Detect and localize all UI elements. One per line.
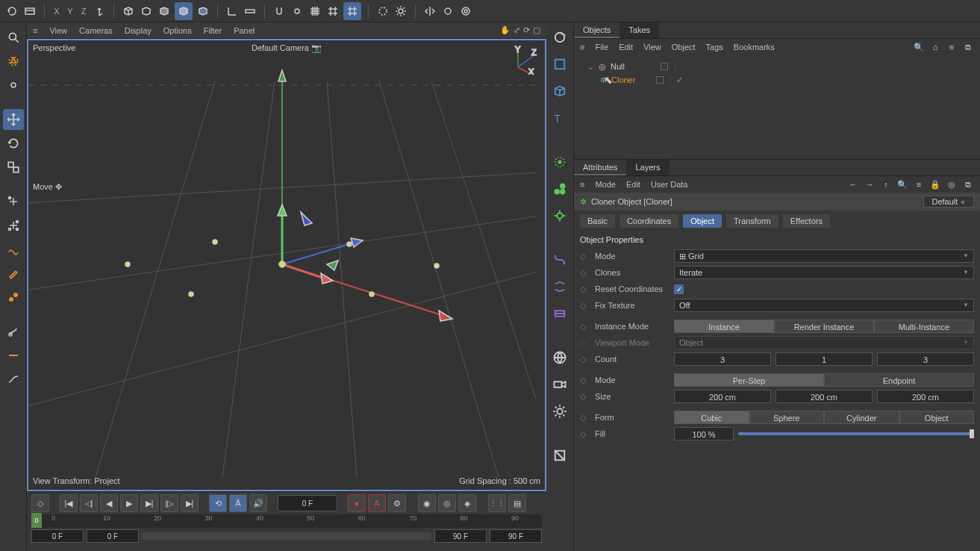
tree-row-null[interactable]: ⌄ ◎ Null ⋮: [580, 60, 974, 73]
zoom-icon[interactable]: ⤢: [514, 25, 520, 35]
paint-icon[interactable]: [3, 321, 24, 342]
fixtex-dropdown[interactable]: Off▼: [674, 299, 974, 312]
undo-icon[interactable]: [4, 4, 19, 19]
key-pos-icon[interactable]: ◉: [418, 494, 436, 512]
home-icon[interactable]: ⌂: [929, 41, 941, 53]
filter-icon[interactable]: ≡: [946, 41, 958, 53]
cube-wire-icon[interactable]: [121, 4, 136, 19]
vm-cameras[interactable]: Cameras: [79, 26, 113, 35]
filter-icon[interactable]: ≡: [913, 178, 925, 190]
hand-icon[interactable]: ✋: [500, 25, 511, 35]
visibility-toggle[interactable]: [661, 63, 668, 70]
reset-checkbox[interactable]: ✓: [674, 284, 684, 294]
om-tags[interactable]: Tags: [706, 43, 723, 52]
current-frame[interactable]: 0 F: [278, 495, 337, 511]
layout-icon[interactable]: [22, 4, 37, 19]
clones-dropdown[interactable]: Iterate▼: [674, 266, 974, 279]
angle-icon[interactable]: [225, 4, 240, 19]
step-mode-segment[interactable]: Per-Step Endpoint: [674, 373, 974, 387]
volume-icon[interactable]: [549, 303, 570, 324]
coord-icon[interactable]: [92, 4, 107, 19]
add-point-icon[interactable]: [3, 191, 24, 212]
fwd-icon[interactable]: →: [864, 178, 876, 190]
range-end[interactable]: 90 F: [434, 529, 487, 543]
om-edit[interactable]: Edit: [619, 43, 633, 52]
max-icon[interactable]: ▢: [533, 25, 540, 35]
back-icon[interactable]: ←: [847, 178, 859, 190]
sculpt-icon[interactable]: [3, 287, 24, 308]
brush-icon[interactable]: [3, 263, 24, 284]
vm-display[interactable]: Display: [125, 26, 152, 35]
om-file[interactable]: File: [595, 43, 608, 52]
playhead[interactable]: 0: [31, 513, 42, 528]
form-segment[interactable]: Cubic Sphere Cylinder Object: [674, 411, 974, 424]
object-tree[interactable]: ⌄ ◎ Null ⋮ ✲ Cloner ⋮ ✓ ⬉: [574, 55, 980, 160]
lock-icon[interactable]: 🔒: [929, 178, 941, 190]
search-icon[interactable]: 🔍: [913, 41, 925, 53]
am-edit[interactable]: Edit: [626, 180, 640, 189]
soft-icon[interactable]: [440, 4, 455, 19]
keyframe-diamond-icon[interactable]: ◇: [580, 301, 590, 311]
keyframe-icon[interactable]: ◇: [31, 494, 49, 512]
size-y[interactable]: 200 cm: [775, 390, 873, 403]
count-y[interactable]: 1: [775, 352, 873, 366]
hamburger-icon[interactable]: ≡: [580, 180, 584, 189]
popout-icon[interactable]: ⧉: [962, 178, 974, 190]
mograph-icon[interactable]: [549, 152, 570, 172]
keyframe-diamond-icon[interactable]: ◇: [580, 284, 590, 294]
material-icon[interactable]: [549, 445, 570, 466]
cloner-green-icon[interactable]: [549, 178, 570, 199]
axis-z[interactable]: Z: [78, 7, 89, 16]
fill-value[interactable]: 100 %: [674, 427, 734, 441]
vm-view[interactable]: View: [49, 26, 67, 35]
points-icon[interactable]: [3, 215, 24, 236]
gear-icon[interactable]: [393, 4, 408, 19]
size-z[interactable]: 200 cm: [877, 390, 974, 403]
enable-check-icon[interactable]: ✓: [676, 75, 683, 85]
loop-icon[interactable]: ⟲: [209, 494, 227, 512]
tree-row-cloner[interactable]: ✲ Cloner ⋮ ✓ ⬉: [580, 73, 974, 87]
key-settings-icon[interactable]: ⚙: [388, 494, 406, 512]
next-frame-icon[interactable]: ▶|: [140, 494, 158, 512]
tab-object[interactable]: Object: [683, 214, 722, 228]
fill-slider[interactable]: [738, 432, 974, 435]
play-icon[interactable]: ▶: [120, 494, 138, 512]
tab-layers[interactable]: Layers: [626, 160, 669, 175]
target-icon[interactable]: ◎: [946, 178, 958, 190]
prev-frame-icon[interactable]: ◀: [100, 494, 118, 512]
key-scale-icon[interactable]: ◈: [458, 494, 476, 512]
hamburger-icon[interactable]: ≡: [580, 43, 584, 52]
mirror-icon[interactable]: [422, 4, 437, 19]
mode-dropdown[interactable]: ⊞ Grid▼: [674, 249, 974, 263]
cube-shaded-icon[interactable]: [175, 2, 193, 20]
tab-objects[interactable]: Objects: [574, 22, 619, 38]
layer-dots[interactable]: ⋮: [671, 62, 678, 72]
om-bookmarks[interactable]: Bookmarks: [734, 43, 775, 52]
up-icon[interactable]: ↑: [880, 178, 892, 190]
go-end-icon[interactable]: ▶|: [181, 494, 199, 512]
om-view[interactable]: View: [643, 43, 661, 52]
range-slider[interactable]: [142, 532, 431, 540]
primitive-cube-icon[interactable]: [549, 81, 570, 102]
tab-attributes[interactable]: Attributes: [574, 160, 626, 175]
field-icon[interactable]: [549, 276, 570, 297]
search-icon[interactable]: [3, 27, 24, 48]
viewport[interactable]: Perspective Default Camera 📷 Move ✥ View…: [27, 39, 546, 491]
vm-panel[interactable]: Panel: [234, 26, 255, 35]
tab-effectors[interactable]: Effectors: [783, 214, 830, 228]
magnet-icon[interactable]: [272, 4, 287, 19]
keyframe-diamond-icon[interactable]: ◇: [580, 392, 590, 402]
keyframe-diamond-icon[interactable]: ◇: [580, 268, 590, 278]
grid-icon[interactable]: [325, 4, 340, 19]
layer-dots[interactable]: ⋮: [667, 75, 673, 85]
move-tool-icon[interactable]: [3, 109, 24, 130]
range-start[interactable]: 0 F: [31, 529, 84, 543]
deformer-icon[interactable]: [549, 249, 570, 270]
orbit-icon[interactable]: ⟳: [523, 25, 530, 35]
next-key-icon[interactable]: |▷: [160, 494, 178, 512]
rotate-tool-icon[interactable]: [3, 133, 24, 154]
record-icon[interactable]: ●: [348, 494, 366, 512]
gear-tool-icon[interactable]: [3, 75, 24, 96]
tab-transform[interactable]: Transform: [726, 214, 778, 228]
autorecord-icon[interactable]: A: [368, 494, 386, 512]
